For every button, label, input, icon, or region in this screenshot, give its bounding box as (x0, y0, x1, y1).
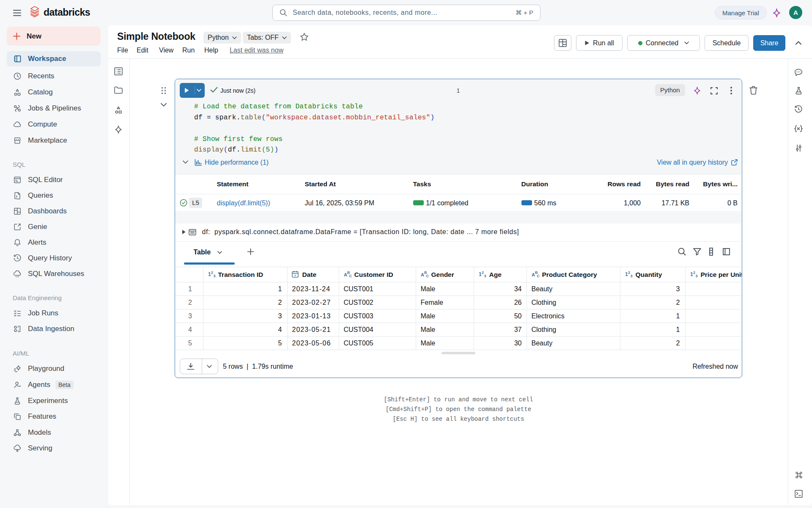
svg-text:2: 2 (628, 271, 630, 275)
svg-text:C: C (537, 274, 540, 278)
svg-text:A: A (344, 272, 347, 277)
svg-text:1: 1 (208, 271, 211, 277)
svg-text:2: 2 (693, 271, 695, 275)
svg-text:2: 2 (482, 271, 484, 275)
svg-text:3: 3 (630, 274, 632, 278)
svg-text:1: 1 (625, 271, 628, 277)
svg-text:3: 3 (484, 274, 486, 278)
svg-text:3: 3 (213, 274, 215, 278)
svg-text:1: 1 (690, 271, 693, 277)
svg-text:2: 2 (211, 271, 213, 275)
svg-text:1: 1 (479, 271, 482, 277)
svg-text:A: A (421, 272, 424, 277)
svg-text:3: 3 (695, 274, 697, 278)
svg-text:C: C (426, 274, 429, 278)
svg-text:C: C (349, 274, 352, 278)
svg-text:A: A (532, 272, 535, 277)
